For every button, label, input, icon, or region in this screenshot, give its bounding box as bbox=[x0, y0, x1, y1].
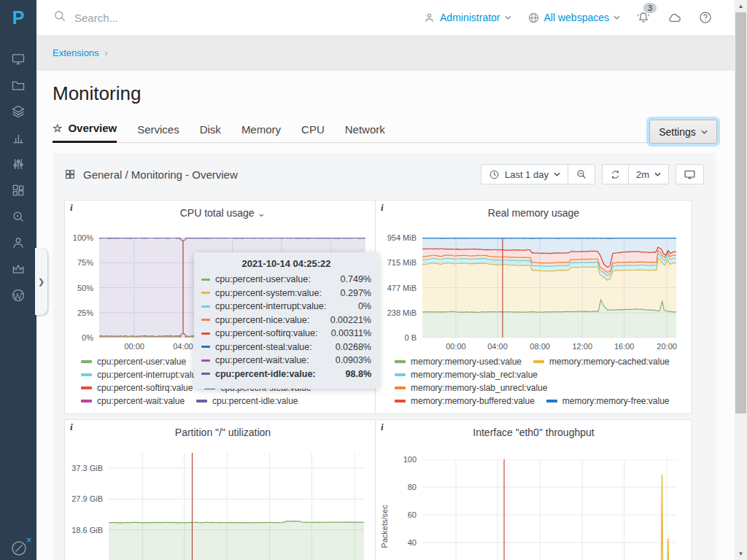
y-axis-tick: 715 MiB bbox=[387, 258, 417, 267]
breadcrumb: Extensions › bbox=[36, 35, 735, 71]
y-axis-tick: 477 MiB bbox=[387, 284, 417, 292]
tab-network[interactable]: Network bbox=[345, 123, 385, 141]
legend-item[interactable]: memory:memory-slab_unrecl:value bbox=[395, 383, 547, 393]
legend-item[interactable]: memory:memory-cached:value bbox=[533, 357, 670, 367]
x-axis-tick: 20:00 bbox=[657, 342, 677, 351]
zoom-out-button[interactable] bbox=[568, 164, 595, 184]
tab-cpu[interactable]: CPU bbox=[301, 123, 325, 141]
webspaces-label: All webspaces bbox=[544, 12, 610, 23]
clock-icon bbox=[489, 169, 500, 180]
user-label: Administrator bbox=[440, 12, 500, 23]
tooltip-row: cpu:percent-idle:value:98.8% bbox=[201, 369, 371, 379]
plesk-logo[interactable]: P bbox=[0, 0, 36, 35]
grafana-dashboard: General / Monitoring - Overview Last 1 d… bbox=[53, 153, 716, 560]
tabs-underline bbox=[53, 142, 716, 143]
legend-item[interactable]: cpu:percent-softirq:value bbox=[81, 383, 193, 393]
tooltip-row: cpu:percent-interrupt:value:0% bbox=[201, 301, 371, 311]
legend-item[interactable]: cpu:percent-idle:value bbox=[196, 396, 298, 406]
tab-disk[interactable]: Disk bbox=[200, 123, 221, 141]
panel-title[interactable]: CPU total usage ⌄ bbox=[65, 207, 381, 219]
y-axis-tick: 37.3 GiB bbox=[71, 464, 103, 472]
y-axis-tick: 0 B bbox=[404, 333, 417, 342]
tooltip-row: cpu:percent-steal:value:0.0268% bbox=[201, 342, 371, 352]
dashboard-breadcrumb[interactable]: General / Monitoring - Overview bbox=[64, 168, 238, 181]
wordpress-icon[interactable] bbox=[0, 283, 36, 308]
sidebar-expand-handle[interactable]: ❯ bbox=[35, 248, 47, 315]
time-range-picker[interactable]: Last 1 day bbox=[481, 164, 568, 184]
legend-item[interactable]: memory:memory-buffered:value bbox=[395, 396, 535, 406]
page-title: Monitoring bbox=[53, 82, 141, 105]
panel-real-memory-usage: i Real memory usage 0 B238 MiB477 MiB715… bbox=[375, 200, 692, 414]
cloud-icon[interactable] bbox=[667, 10, 682, 26]
legend-item[interactable]: memory:memory-slab_recl:value bbox=[395, 370, 538, 380]
tooltip-row: cpu:percent-softirq:value:0.00311% bbox=[201, 328, 371, 338]
zoom-out-icon bbox=[576, 168, 587, 180]
tv-monitor-icon bbox=[684, 168, 696, 181]
seo-search-icon[interactable] bbox=[0, 204, 36, 229]
eth0-chart-plot[interactable]: 406080100 bbox=[422, 459, 676, 560]
x-axis-tick: 04:00 bbox=[173, 342, 193, 351]
x-axis-tick: 16:00 bbox=[614, 342, 635, 351]
scroll-thumb[interactable] bbox=[735, 12, 746, 413]
panel-eth0-throughput: i Interface "eth0" throughput Packets/se… bbox=[375, 419, 692, 560]
legend-item[interactable]: memory:memory-free:value bbox=[546, 396, 670, 406]
x-axis-tick: 12:00 bbox=[572, 342, 592, 351]
bar-chart-icon[interactable] bbox=[0, 125, 36, 150]
y-axis-tick: 60 bbox=[408, 510, 417, 519]
legend-item[interactable]: cpu:percent-user:value bbox=[81, 357, 186, 367]
tabs: ☆ Overview Services Disk Memory CPU Netw… bbox=[53, 122, 716, 142]
content-area: Monitoring ☆ Overview Services Disk Memo… bbox=[36, 71, 735, 560]
help-icon[interactable] bbox=[698, 10, 713, 25]
sliders-icon[interactable] bbox=[0, 152, 36, 176]
search-input[interactable] bbox=[74, 12, 264, 24]
kiosk-mode-button[interactable] bbox=[676, 164, 704, 184]
breadcrumb-extensions-link[interactable]: Extensions bbox=[53, 47, 99, 58]
search-box bbox=[53, 9, 264, 26]
legend-item[interactable]: cpu:percent-interrupt:value bbox=[81, 370, 201, 380]
person-icon[interactable] bbox=[0, 230, 36, 255]
y-axis-tick: 75% bbox=[77, 258, 93, 267]
page-scrollbar[interactable]: ▲ ▼ bbox=[735, 0, 747, 560]
tooltip-row: cpu:percent-user:value:0.749% bbox=[201, 274, 371, 284]
scroll-up-arrow[interactable]: ▲ bbox=[735, 0, 747, 12]
x-axis-tick: 00:00 bbox=[446, 342, 466, 351]
compass-promo-icon[interactable]: × bbox=[10, 540, 28, 560]
tab-overview[interactable]: ☆ Overview bbox=[53, 122, 117, 143]
x-axis-tick: 00:00 bbox=[124, 342, 144, 351]
tab-services[interactable]: Services bbox=[137, 123, 179, 141]
crown-icon[interactable] bbox=[0, 257, 36, 281]
y-axis-tick: 0% bbox=[82, 333, 93, 342]
y-axis-tick: 80 bbox=[408, 483, 417, 491]
refresh-icon bbox=[610, 169, 621, 180]
y-axis-tick: 100 bbox=[403, 455, 417, 464]
layers-icon[interactable] bbox=[0, 99, 36, 124]
scroll-down-arrow[interactable]: ▼ bbox=[735, 548, 747, 560]
folder-icon[interactable] bbox=[0, 73, 36, 98]
partition-chart-plot[interactable]: 18.6 GiB27.9 GiB37.3 GiB bbox=[109, 453, 364, 560]
extensions-blocks-icon[interactable] bbox=[0, 178, 36, 203]
sidebar: P × bbox=[0, 0, 36, 560]
refresh-interval-picker[interactable]: 2m bbox=[628, 164, 669, 184]
panel-title[interactable]: Partition "/" utilization bbox=[65, 427, 381, 438]
y-axis-tick: 238 MiB bbox=[387, 308, 417, 317]
legend-item[interactable]: memory:memory-used:value bbox=[395, 357, 522, 367]
favorite-star-icon[interactable]: ☆ bbox=[53, 122, 62, 135]
tooltip-row: cpu:percent-system:value:0.297% bbox=[201, 288, 371, 298]
panel-partition-utilization: i Partition "/" utilization 18.6 GiB27.9… bbox=[64, 419, 382, 560]
settings-button[interactable]: Settings bbox=[649, 120, 717, 144]
notifications-badge: 3 bbox=[643, 3, 657, 13]
panel-title[interactable]: Real memory usage bbox=[376, 207, 692, 219]
tooltip-timestamp: 2021-10-14 04:25:22 bbox=[201, 258, 371, 269]
monitor-icon[interactable] bbox=[0, 47, 36, 71]
memory-chart-plot[interactable]: 0 B238 MiB477 MiB715 MiB954 MiB00:0004:0… bbox=[422, 238, 676, 338]
tab-memory[interactable]: Memory bbox=[241, 123, 281, 141]
legend-item[interactable]: cpu:percent-wait:value bbox=[81, 396, 185, 406]
notifications-bell-icon[interactable]: 3 bbox=[636, 10, 651, 25]
webspaces-menu[interactable]: All webspaces bbox=[527, 12, 621, 24]
refresh-button[interactable] bbox=[602, 164, 628, 184]
close-icon[interactable]: × bbox=[26, 534, 32, 545]
user-menu[interactable]: Administrator bbox=[423, 12, 511, 24]
memory-legend: memory:memory-used:valuememory:memory-ca… bbox=[395, 357, 681, 409]
panel-title[interactable]: Interface "eth0" throughput bbox=[376, 427, 692, 438]
chart-tooltip: 2021-10-14 04:25:22 cpu:percent-user:val… bbox=[194, 252, 379, 389]
